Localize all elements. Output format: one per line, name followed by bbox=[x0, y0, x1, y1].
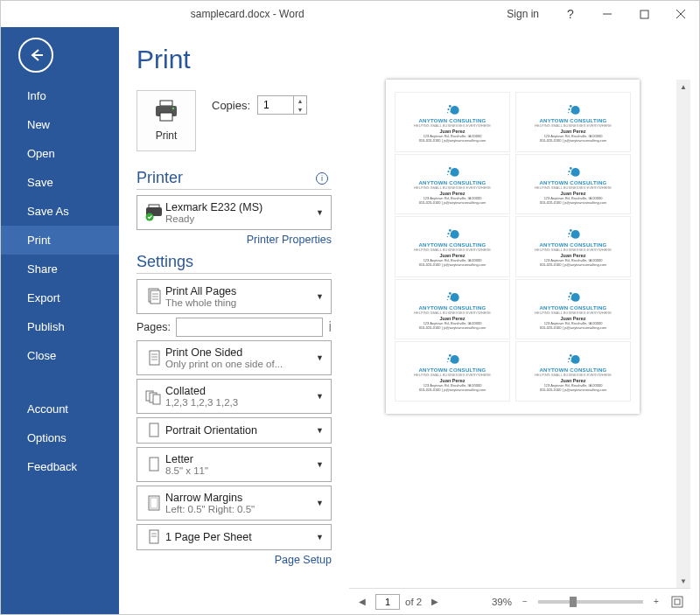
prev-page-button[interactable]: ◀ bbox=[354, 594, 370, 610]
svg-rect-25 bbox=[150, 458, 158, 471]
svg-point-70 bbox=[568, 299, 569, 300]
pages-input[interactable] bbox=[176, 318, 324, 337]
preview-page: ANYTOWN CONSULTINGHELPING SMALL BUSINESS… bbox=[386, 80, 640, 414]
paper-size-dropdown[interactable]: Letter 8.5" x 11" ▼ bbox=[136, 447, 332, 482]
pages-icon bbox=[143, 287, 165, 306]
svg-point-66 bbox=[571, 293, 580, 302]
portrait-icon bbox=[143, 422, 165, 439]
sidebar-item-account[interactable]: Account bbox=[1, 395, 119, 423]
close-button[interactable] bbox=[662, 1, 699, 27]
svg-point-63 bbox=[447, 296, 449, 297]
svg-point-8 bbox=[172, 108, 174, 109]
svg-point-52 bbox=[449, 230, 452, 233]
svg-point-49 bbox=[570, 173, 572, 175]
settings-section-heading: Settings bbox=[136, 253, 193, 271]
copies-input[interactable] bbox=[258, 99, 293, 111]
sidebar-item-save[interactable]: Save bbox=[1, 168, 119, 197]
svg-point-61 bbox=[451, 293, 459, 302]
chevron-down-icon: ▼ bbox=[312, 208, 327, 217]
svg-point-34 bbox=[450, 111, 452, 113]
sidebar-item-feedback[interactable]: Feedback bbox=[1, 452, 119, 481]
sidebar-item-publish[interactable]: Publish bbox=[1, 312, 119, 341]
copies-spinner[interactable]: ▲ ▼ bbox=[257, 95, 307, 115]
maximize-button[interactable] bbox=[626, 1, 662, 27]
zoom-slider[interactable] bbox=[538, 600, 643, 604]
business-card: ANYTOWN CONSULTINGHELPING SMALL BUSINESS… bbox=[395, 341, 510, 402]
back-button[interactable] bbox=[18, 38, 53, 73]
sides-dropdown[interactable]: Print One Sided Only print on one side o… bbox=[136, 340, 332, 375]
business-card: ANYTOWN CONSULTINGHELPING SMALL BUSINESS… bbox=[515, 279, 631, 339]
sidebar-item-export[interactable]: Export bbox=[1, 283, 119, 312]
svg-point-80 bbox=[568, 361, 569, 362]
svg-point-11 bbox=[146, 213, 154, 221]
chevron-down-icon: ▼ bbox=[312, 460, 327, 469]
svg-point-50 bbox=[568, 174, 569, 175]
svg-point-79 bbox=[570, 360, 572, 362]
svg-rect-81 bbox=[672, 597, 682, 607]
scroll-down-button[interactable]: ▼ bbox=[676, 574, 690, 588]
chevron-down-icon: ▼ bbox=[312, 533, 327, 542]
svg-point-31 bbox=[451, 106, 459, 115]
svg-point-67 bbox=[570, 292, 572, 295]
svg-point-76 bbox=[571, 355, 580, 364]
next-page-button[interactable]: ▶ bbox=[427, 594, 443, 610]
sidebar-item-info[interactable]: Info bbox=[1, 81, 119, 110]
business-card: ANYTOWN CONSULTINGHELPING SMALL BUSINESS… bbox=[395, 216, 510, 276]
sidebar-item-print[interactable]: Print bbox=[1, 226, 119, 255]
chevron-down-icon: ▼ bbox=[312, 292, 327, 301]
svg-rect-82 bbox=[675, 599, 680, 605]
svg-point-58 bbox=[568, 233, 570, 234]
svg-rect-23 bbox=[153, 395, 160, 404]
margins-dropdown[interactable]: Narrow Margins Left: 0.5" Right: 0.5" ▼ bbox=[136, 486, 332, 521]
pages-label: Pages: bbox=[136, 321, 171, 333]
scroll-up-button[interactable]: ▲ bbox=[676, 80, 690, 94]
sidebar-item-close[interactable]: Close bbox=[1, 341, 119, 370]
help-button[interactable]: ? bbox=[552, 1, 589, 27]
orientation-dropdown[interactable]: Portrait Orientation ▼ bbox=[136, 417, 332, 444]
page-heading: Print bbox=[136, 45, 332, 74]
svg-point-71 bbox=[451, 355, 459, 364]
copies-up-button[interactable]: ▲ bbox=[294, 96, 306, 105]
pages-per-sheet-dropdown[interactable]: 1 Page Per Sheet ▼ bbox=[136, 524, 332, 550]
page-setup-link[interactable]: Page Setup bbox=[136, 554, 332, 566]
minimize-button[interactable] bbox=[589, 1, 626, 27]
svg-point-48 bbox=[568, 171, 570, 172]
svg-point-64 bbox=[450, 297, 452, 299]
svg-point-37 bbox=[570, 105, 572, 108]
business-card: ANYTOWN CONSULTINGHELPING SMALL BUSINESS… bbox=[515, 154, 631, 214]
copies-down-button[interactable]: ▼ bbox=[294, 105, 306, 114]
sidebar-item-open[interactable]: Open bbox=[1, 139, 119, 168]
sign-in-link[interactable]: Sign in bbox=[494, 8, 552, 20]
print-button[interactable]: Print bbox=[136, 90, 196, 151]
sidebar-item-new[interactable]: New bbox=[1, 110, 119, 139]
svg-rect-17 bbox=[150, 351, 159, 365]
printer-properties-link[interactable]: Printer Properties bbox=[136, 234, 332, 246]
printer-status: Ready bbox=[165, 213, 312, 224]
svg-point-78 bbox=[568, 358, 570, 360]
svg-point-33 bbox=[447, 108, 449, 110]
zoom-in-button[interactable]: + bbox=[648, 594, 664, 610]
svg-point-53 bbox=[447, 233, 449, 234]
business-card: ANYTOWN CONSULTINGHELPING SMALL BUSINESS… bbox=[515, 216, 631, 276]
fit-page-button[interactable] bbox=[669, 594, 685, 610]
sidebar-item-save-as[interactable]: Save As bbox=[1, 197, 119, 226]
current-page-input[interactable] bbox=[375, 594, 400, 610]
print-settings-panel: Print Print Copies: ▲ ▼ bbox=[119, 27, 332, 614]
collate-dropdown[interactable]: Collated 1,2,3 1,2,3 1,2,3 ▼ bbox=[136, 379, 332, 414]
svg-point-32 bbox=[449, 105, 452, 108]
svg-point-62 bbox=[449, 292, 452, 295]
backstage-sidebar: InfoNewOpenSaveSave AsPrintShareExportPu… bbox=[1, 27, 119, 614]
svg-point-57 bbox=[570, 230, 572, 233]
vertical-scrollbar[interactable]: ▲ ▼ bbox=[676, 80, 690, 588]
sidebar-item-options[interactable]: Options bbox=[1, 423, 119, 452]
svg-point-74 bbox=[450, 360, 452, 362]
svg-point-41 bbox=[451, 168, 459, 177]
svg-rect-7 bbox=[160, 113, 172, 121]
collate-icon bbox=[143, 388, 165, 405]
svg-point-56 bbox=[571, 230, 580, 239]
print-range-dropdown[interactable]: Print All Pages The whole thing ▼ bbox=[136, 279, 332, 314]
zoom-out-button[interactable]: − bbox=[517, 594, 533, 610]
printer-info-icon[interactable]: i bbox=[316, 172, 328, 185]
sidebar-item-share[interactable]: Share bbox=[1, 255, 119, 283]
printer-dropdown[interactable]: Lexmark E232 (MS) Ready ▼ bbox=[136, 195, 332, 230]
